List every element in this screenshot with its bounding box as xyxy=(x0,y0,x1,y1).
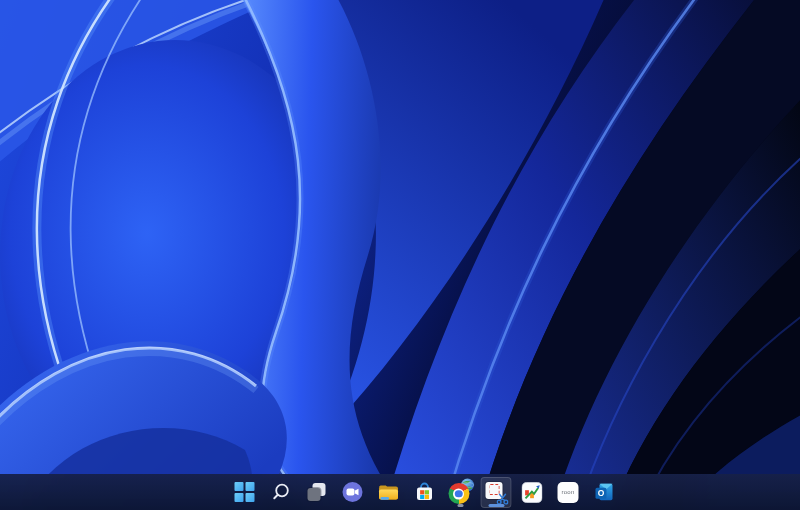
file-explorer-button[interactable] xyxy=(373,477,404,508)
snipping-tool-button[interactable] xyxy=(481,477,512,508)
start-button[interactable] xyxy=(229,477,260,508)
windows-logo-icon xyxy=(234,482,254,502)
bloom-wallpaper-image xyxy=(0,0,800,510)
chat-button[interactable] xyxy=(337,477,368,508)
folder-icon xyxy=(377,482,399,503)
outlook-button[interactable]: O xyxy=(589,477,620,508)
roon-wordmark: roon xyxy=(561,489,574,495)
active-indicator xyxy=(488,504,504,507)
taskbar-pinned-apps: roon O xyxy=(229,474,620,510)
task-view-button[interactable] xyxy=(301,477,332,508)
stocks-chart-icon xyxy=(522,482,543,503)
chrome-icon xyxy=(448,483,469,504)
roon-icon: roon xyxy=(558,482,579,503)
chrome-button[interactable] xyxy=(445,477,476,508)
snipping-tool-icon xyxy=(486,482,507,503)
search-button[interactable] xyxy=(265,477,296,508)
outlook-letter: O xyxy=(597,488,604,498)
search-icon xyxy=(270,482,290,502)
microsoft-store-button[interactable] xyxy=(409,477,440,508)
stocks-app-button[interactable] xyxy=(517,477,548,508)
desktop[interactable]: roon O xyxy=(0,0,800,510)
roon-button[interactable]: roon xyxy=(553,477,584,508)
taskbar: roon O xyxy=(0,474,800,510)
outlook-icon: O xyxy=(593,481,615,503)
store-bag-icon xyxy=(413,481,435,503)
task-view-icon xyxy=(306,482,326,502)
chat-video-icon xyxy=(341,481,363,503)
